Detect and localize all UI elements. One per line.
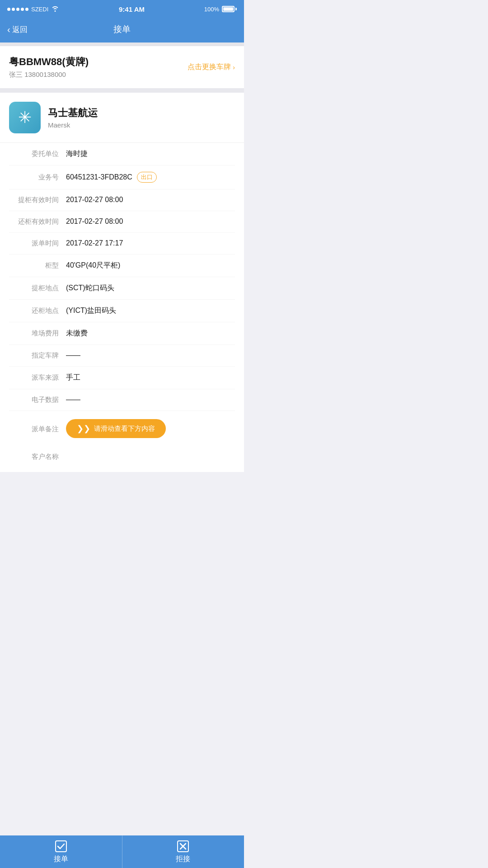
detail-label: 电子数据 — [9, 396, 59, 404]
vehicle-info: 粤BBMW88(黄牌) 张三 13800138000 — [9, 55, 89, 79]
change-plate-arrow-icon: › — [233, 64, 235, 71]
detail-row: 还柜地点(YICT)盐田码头 — [9, 300, 235, 322]
battery-icon — [222, 6, 237, 12]
company-info: 马士基航运 Maersk — [48, 106, 98, 129]
top-divider — [0, 42, 244, 46]
detail-row: 指定车牌—— — [9, 345, 235, 367]
detail-label: 业务号 — [9, 173, 59, 182]
page-title: 接单 — [113, 24, 131, 35]
company-logo: ✳ — [9, 102, 41, 133]
partial-section: 客户名称 — [0, 446, 244, 472]
nav-bar: ‹ 返回 接单 — [0, 18, 244, 42]
back-button[interactable]: ‹ 返回 — [7, 24, 28, 35]
export-badge: 出口 — [137, 172, 157, 183]
scroll-hint-arrow-icon: ❯❯ — [77, 424, 90, 434]
detail-value: 2017-02-27 08:00 — [66, 217, 123, 226]
detail-section: 委托单位海时捷业务号60451231-3FDB28C出口提柜有效时间2017-0… — [0, 143, 244, 446]
detail-label: 堆场费用 — [9, 329, 59, 338]
detail-label: 指定车牌 — [9, 351, 59, 360]
detail-value: 40'GP(40尺平柜) — [66, 261, 120, 270]
company-section: ✳ 马士基航运 Maersk — [0, 93, 244, 143]
carrier-label: SZEDI — [31, 6, 48, 13]
detail-value: —— — [66, 396, 80, 404]
detail-row: 委托单位海时捷 — [9, 143, 235, 165]
change-plate-button[interactable]: 点击更换车牌 › — [188, 62, 235, 72]
detail-row: 提柜有效时间2017-02-27 08:00 — [9, 189, 235, 211]
battery-label: 100% — [204, 6, 219, 13]
detail-label: 提柜地点 — [9, 284, 59, 292]
detail-value: 2017-02-27 17:17 — [66, 239, 123, 247]
back-arrow-icon: ‹ — [7, 24, 10, 35]
detail-row: 派单备注❯❯请滑动查看下方内容 — [9, 411, 235, 446]
detail-row: 柜型40'GP(40尺平柜) — [9, 255, 235, 277]
detail-label: 还柜地点 — [9, 307, 59, 315]
detail-value: 海时捷 — [66, 149, 88, 159]
detail-label: 派车来源 — [9, 373, 59, 382]
detail-label: 派单时间 — [9, 239, 59, 248]
company-name-en: Maersk — [48, 121, 98, 129]
detail-value: 未缴费 — [66, 329, 88, 338]
detail-value: (YICT)盐田码头 — [66, 306, 116, 316]
status-time: 9:41 AM — [119, 5, 145, 13]
detail-row: 派车来源手工 — [9, 367, 235, 389]
detail-value: ❯❯请滑动查看下方内容 — [66, 417, 166, 440]
wifi-icon — [51, 5, 59, 13]
detail-row: 电子数据—— — [9, 389, 235, 411]
detail-row: 提柜地点(SCT)蛇口码头 — [9, 277, 235, 300]
detail-value: (SCT)蛇口码头 — [66, 283, 114, 293]
vehicle-plate: 粤BBMW88(黄牌) — [9, 55, 89, 69]
back-label: 返回 — [12, 24, 28, 35]
detail-label: 派单备注 — [9, 425, 59, 434]
detail-row: 派单时间2017-02-27 17:17 — [9, 233, 235, 255]
detail-label: 提柜有效时间 — [9, 196, 59, 204]
scroll-hint-label: 请滑动查看下方内容 — [94, 425, 155, 433]
section-divider — [0, 88, 244, 93]
status-bar: SZEDI 9:41 AM 100% — [0, 0, 244, 18]
detail-value: 2017-02-27 08:00 — [66, 196, 123, 204]
detail-label: 委托单位 — [9, 150, 59, 158]
star-icon: ✳ — [18, 109, 32, 126]
vehicle-card: 粤BBMW88(黄牌) 张三 13800138000 点击更换车牌 › — [0, 46, 244, 88]
detail-label: 柜型 — [9, 261, 59, 270]
signal-dots — [7, 8, 28, 11]
partial-row: 客户名称 — [9, 446, 235, 467]
scroll-hint-button[interactable]: ❯❯请滑动查看下方内容 — [66, 419, 166, 438]
status-right: 100% — [204, 6, 237, 13]
vehicle-owner: 张三 13800138000 — [9, 71, 89, 79]
detail-value: 手工 — [66, 373, 80, 382]
change-plate-label: 点击更换车牌 — [188, 62, 231, 72]
detail-row: 业务号60451231-3FDB28C出口 — [9, 165, 235, 189]
detail-row: 还柜有效时间2017-02-27 08:00 — [9, 211, 235, 233]
company-name-zh: 马士基航运 — [48, 106, 98, 120]
status-left: SZEDI — [7, 5, 59, 13]
partial-label: 客户名称 — [9, 453, 59, 461]
detail-value: —— — [66, 351, 80, 359]
detail-row: 堆场费用未缴费 — [9, 322, 235, 345]
detail-label: 还柜有效时间 — [9, 217, 59, 226]
detail-value: 60451231-3FDB28C出口 — [66, 172, 157, 183]
